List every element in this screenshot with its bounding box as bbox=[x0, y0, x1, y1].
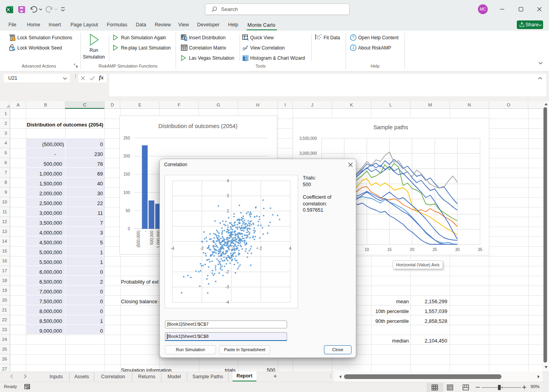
svg-text:25: 25 bbox=[433, 247, 437, 252]
svg-text:2: 2 bbox=[227, 209, 229, 213]
svg-text:3,000,000: 3,000,000 bbox=[300, 151, 317, 156]
svg-text:200: 200 bbox=[123, 154, 130, 158]
svg-text:35: 35 bbox=[478, 247, 483, 252]
svg-text:0: 0 bbox=[128, 227, 130, 231]
svg-text:3: 3 bbox=[227, 194, 229, 198]
svg-text:1: 1 bbox=[227, 224, 229, 229]
svg-text:250: 250 bbox=[123, 136, 130, 140]
svg-text:-4: -4 bbox=[171, 246, 174, 251]
svg-text:20: 20 bbox=[410, 247, 415, 252]
svg-text:-4: -4 bbox=[225, 300, 229, 304]
svg-text:15: 15 bbox=[387, 247, 392, 252]
svg-text:50: 50 bbox=[126, 209, 130, 213]
svg-text:-: - bbox=[143, 231, 147, 232]
svg-text:30: 30 bbox=[455, 247, 460, 252]
svg-text:100: 100 bbox=[123, 191, 130, 195]
svg-text:150: 150 bbox=[123, 172, 130, 176]
svg-text:-2: -2 bbox=[200, 246, 204, 251]
svg-text:4: 4 bbox=[289, 246, 291, 251]
svg-text:(500,000): (500,000) bbox=[136, 231, 141, 247]
svg-text:?: ? bbox=[352, 35, 355, 40]
svg-text:500,000: 500,000 bbox=[150, 231, 154, 245]
svg-text:3,500,000: 3,500,000 bbox=[300, 136, 317, 141]
svg-text:10: 10 bbox=[365, 247, 370, 252]
svg-text:-2: -2 bbox=[225, 270, 229, 274]
svg-text:2: 2 bbox=[260, 246, 262, 251]
svg-text:Sample paths: Sample paths bbox=[373, 124, 408, 130]
svg-text:-3: -3 bbox=[225, 285, 229, 289]
svg-text:Distribution of outcomes (2054: Distribution of outcomes (2054) bbox=[158, 123, 238, 129]
svg-text:4: 4 bbox=[227, 179, 229, 183]
